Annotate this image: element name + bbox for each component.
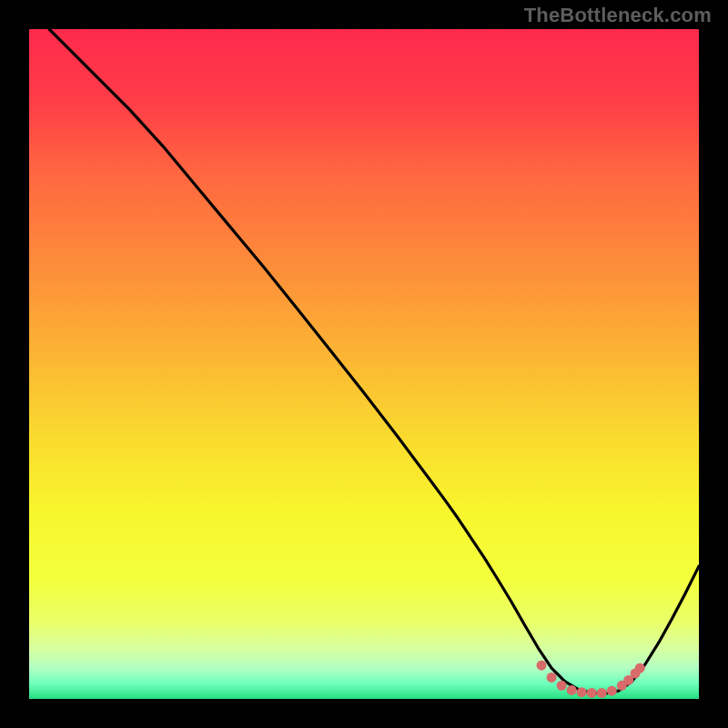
marker-dot [587,688,597,698]
marker-dot [597,688,607,698]
gradient-background [29,29,699,699]
marker-dot [547,672,557,682]
marker-dot [537,661,547,671]
marker-dot [607,686,617,696]
plot-area [29,29,699,699]
marker-dot [635,663,645,673]
chart-svg [29,29,699,699]
watermark-text: TheBottleneck.com [524,4,712,27]
marker-dot [557,681,567,691]
chart-frame: TheBottleneck.com [0,0,728,728]
marker-dot [577,687,587,697]
marker-dot [567,685,577,695]
